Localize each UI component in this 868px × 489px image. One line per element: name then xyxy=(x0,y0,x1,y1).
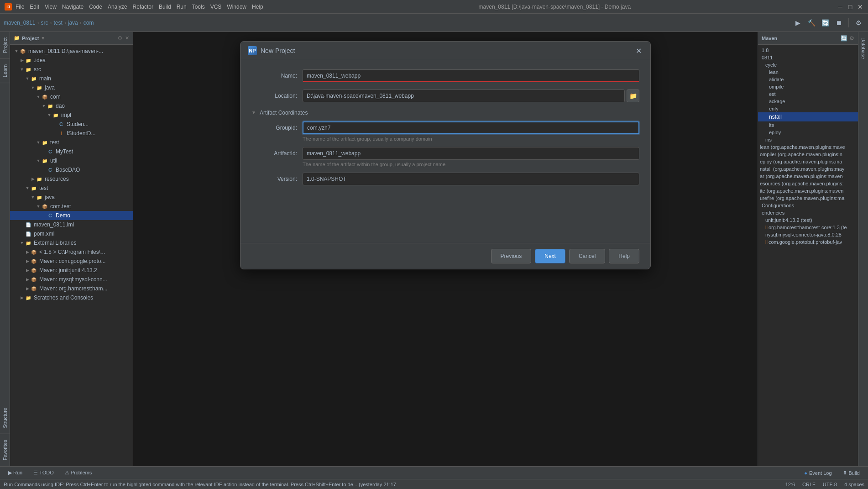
tab-run[interactable]: ▶ Run xyxy=(4,468,27,477)
menu-analyze[interactable]: Analyze xyxy=(108,4,127,10)
dropdown-icon[interactable]: ▼ xyxy=(41,36,45,41)
menu-vcs[interactable]: VCS xyxy=(210,4,222,10)
breadcrumb-appname[interactable]: maven_0811 xyxy=(4,20,35,26)
tree-item-protobuf[interactable]: ▶ 📦 Maven: com.google.proto... xyxy=(10,257,133,266)
menu-run[interactable]: Run xyxy=(177,4,187,10)
vert-tab-database[interactable]: Database xyxy=(859,32,868,64)
maven-install[interactable]: nstall xyxy=(758,112,858,121)
menu-code[interactable]: Code xyxy=(89,4,102,10)
bottom-tabs: ▶ Run ☰ TODO ⚠ Problems ● Event Log ⬆ Bu… xyxy=(0,466,868,479)
previous-button[interactable]: Previous xyxy=(491,249,532,263)
help-button[interactable]: Help xyxy=(609,249,639,263)
vert-tab-favorites[interactable]: Favorites xyxy=(0,434,10,466)
tab-problems[interactable]: ⚠ Problems xyxy=(60,468,97,477)
menu-tools[interactable]: Tools xyxy=(192,4,205,10)
maven-settings-icon[interactable]: ⚙ xyxy=(849,35,854,42)
tree-item-mysql[interactable]: ▶ 📦 Maven: mysql:mysql-conn... xyxy=(10,275,133,284)
name-input[interactable] xyxy=(303,69,639,82)
tree-item-istudentd[interactable]: ▶ I IStudentD... xyxy=(10,129,133,138)
tree-item-hamcrest[interactable]: ▶ 📦 Maven: org.hamcrest:ham... xyxy=(10,284,133,293)
minimize-button[interactable]: ─ xyxy=(837,4,843,10)
tree-item-java[interactable]: ▼ 📁 java xyxy=(10,83,133,92)
tree-item-src[interactable]: ▼ 📁 src xyxy=(10,65,133,74)
tree-item-test-folder[interactable]: ▼ 📁 test xyxy=(10,138,133,147)
groupid-input[interactable] xyxy=(303,121,639,134)
tree-item-util[interactable]: ▼ 📁 util xyxy=(10,156,133,165)
tree-item-resources[interactable]: ▶ 📁 resources xyxy=(10,174,133,184)
next-button[interactable]: Next xyxy=(535,249,565,263)
tree-item-scratches[interactable]: ▶ 📁 Scratches and Consoles xyxy=(10,293,133,302)
tree-item-pom[interactable]: ▶ 📄 pom.xml xyxy=(10,229,133,238)
tree-item-basedao[interactable]: ▶ C BaseDAO xyxy=(10,165,133,174)
vert-tab-structure[interactable]: Structure xyxy=(0,402,10,434)
menu-file[interactable]: File xyxy=(16,4,24,10)
tab-todo[interactable]: ☰ TODO xyxy=(29,468,58,477)
indent-settings[interactable]: 4 spaces xyxy=(844,482,864,487)
menu-view[interactable]: View xyxy=(45,4,57,10)
vert-tab-project[interactable]: Project xyxy=(0,32,10,59)
tree-item-mytest[interactable]: ▶ C MyTest xyxy=(10,147,133,156)
tree-item-comtest[interactable]: ▼ 📦 com.test xyxy=(10,202,133,211)
location-input[interactable] xyxy=(303,89,625,102)
breadcrumb-src[interactable]: src xyxy=(41,20,48,26)
menu-bar[interactable]: File Edit View Navigate Code Analyze Ref… xyxy=(16,4,263,10)
tree-item-impl[interactable]: ▼ 📁 impl xyxy=(10,110,133,120)
maximize-button[interactable]: □ xyxy=(847,4,853,10)
menu-navigate[interactable]: Navigate xyxy=(62,4,84,10)
cursor-position[interactable]: 12:6 xyxy=(785,482,795,487)
menu-window[interactable]: Window xyxy=(227,4,246,10)
tree-item-com[interactable]: ▼ 📦 com xyxy=(10,92,133,101)
menu-help[interactable]: Help xyxy=(252,4,263,10)
name-label: Name: xyxy=(251,73,297,79)
run-config-button[interactable]: ▶ xyxy=(792,17,804,29)
project-panel-header: 📁 Project ▼ ⚙ ✕ xyxy=(10,32,133,45)
maven-sync-icon[interactable]: 🔄 xyxy=(841,35,847,42)
version-input[interactable] xyxy=(303,173,639,185)
menu-refactor[interactable]: Refactor xyxy=(133,4,153,10)
line-ending[interactable]: CRLF xyxy=(802,482,816,487)
tree-item-external-libs[interactable]: ▼ 📁 External Libraries xyxy=(10,238,133,247)
build-button[interactable]: 🔨 xyxy=(805,17,817,29)
tree-item-main[interactable]: ▼ 📁 main xyxy=(10,74,133,83)
settings-toolbar-button[interactable]: ⚙ xyxy=(852,17,864,29)
breadcrumb: maven_0811 › src › test › java › com xyxy=(4,20,94,26)
maven-tree: 1.8 0811 cycle lean alidate ompile est a… xyxy=(758,45,858,466)
dialog-overlay: NP New Project ✕ Name: xyxy=(133,32,758,466)
menu-edit[interactable]: Edit xyxy=(30,4,39,10)
right-vertical-tabs: Database xyxy=(858,32,868,466)
vert-tab-learn[interactable]: Learn xyxy=(0,59,10,83)
tab-build[interactable]: ⬆ Build xyxy=(838,468,864,477)
breadcrumb-java[interactable]: java xyxy=(68,20,78,26)
window-controls[interactable]: ─ □ ✕ xyxy=(837,4,863,10)
dialog-footer: Previous Next Cancel Help xyxy=(241,243,650,269)
event-log-icon: ● xyxy=(804,470,807,476)
menu-build[interactable]: Build xyxy=(159,4,171,10)
breadcrumb-test[interactable]: test xyxy=(53,20,62,26)
tree-item-dao[interactable]: ▼ 📁 dao xyxy=(10,101,133,110)
dialog-title: NP New Project xyxy=(248,46,295,55)
panel-close-icon[interactable]: ✕ xyxy=(125,35,129,41)
tree-item-jdk18[interactable]: ▶ 📦 < 1.8 > C:\Program Files\... xyxy=(10,247,133,257)
tree-item-iml[interactable]: ▶ 📄 maven_0811.iml xyxy=(10,220,133,229)
tab-event-log[interactable]: ● Event Log xyxy=(800,469,836,477)
tree-item-studentd[interactable]: ▶ C Studen... xyxy=(10,120,133,129)
stop-button[interactable]: ⏹ xyxy=(833,17,845,29)
tree-item-java2[interactable]: ▼ 📁 java xyxy=(10,193,133,202)
charset[interactable]: UTF-8 xyxy=(823,482,837,487)
artifactid-input[interactable] xyxy=(303,147,639,160)
close-button[interactable]: ✕ xyxy=(857,4,863,10)
breadcrumb-com[interactable]: com xyxy=(84,20,94,26)
tree-item-test2[interactable]: ▼ 📁 test xyxy=(10,184,133,193)
tree-item-maven0811[interactable]: ▼ 📦 maven_0811 D:\java-maven-... xyxy=(10,47,133,56)
gear-icon[interactable]: ⚙ xyxy=(118,35,122,41)
status-right: 12:6 CRLF UTF-8 4 spaces xyxy=(785,482,864,487)
sync-button[interactable]: 🔄 xyxy=(819,17,831,29)
browse-button[interactable]: 📁 xyxy=(627,89,639,102)
artifact-section-header[interactable]: ▼ Artifact Coordinates xyxy=(251,110,639,116)
tree-item-junit[interactable]: ▶ 📦 Maven: junit:junit:4.13.2 xyxy=(10,266,133,275)
tree-item-idea[interactable]: ▶ 📁 .idea xyxy=(10,56,133,65)
cancel-button[interactable]: Cancel xyxy=(569,249,605,263)
dialog-body: Name: Location: 📁 xyxy=(241,60,650,243)
dialog-close-button[interactable]: ✕ xyxy=(634,46,643,55)
tree-item-demo[interactable]: ▶ C Demo xyxy=(10,211,133,220)
